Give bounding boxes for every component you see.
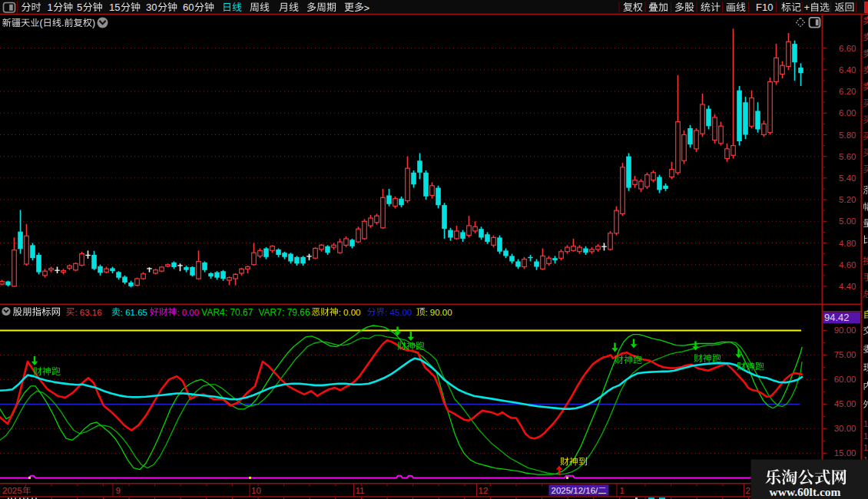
svg-text:5: 5 — [77, 2, 82, 13]
svg-text:94.42: 94.42 — [824, 312, 850, 323]
svg-text:2025: 2025 — [2, 486, 22, 495]
svg-text:: 45.00: : 45.00 — [385, 308, 412, 317]
svg-text:www.60lt.com: www.60lt.com — [770, 485, 841, 498]
svg-text:6.40: 6.40 — [839, 65, 856, 74]
svg-text:10: 10 — [251, 486, 261, 495]
svg-text:: 61.65: : 61.65 — [121, 308, 147, 317]
svg-text:2: 2 — [746, 486, 750, 495]
svg-text:30.00: 30.00 — [834, 424, 856, 433]
svg-text:60: 60 — [183, 2, 194, 13]
svg-text:: 0.00: : 0.00 — [177, 308, 199, 317]
svg-text:: 0.00: : 0.00 — [339, 308, 361, 317]
svg-text:(: ( — [40, 18, 43, 28]
svg-text:15: 15 — [109, 2, 120, 13]
svg-text:5.80: 5.80 — [839, 131, 856, 140]
svg-text:4.60: 4.60 — [839, 260, 856, 269]
svg-text:: 90.00: : 90.00 — [425, 308, 452, 317]
svg-text:4.80: 4.80 — [839, 239, 856, 248]
svg-text:6.20: 6.20 — [839, 87, 856, 96]
svg-text:2025/12/16/: 2025/12/16/ — [552, 486, 599, 495]
svg-text:1: 1 — [620, 486, 624, 495]
svg-text:>: > — [364, 2, 370, 14]
svg-text:9: 9 — [116, 486, 121, 495]
svg-text:.: . — [61, 18, 64, 28]
svg-text:5.60: 5.60 — [839, 152, 856, 161]
svg-text:+: + — [804, 2, 810, 13]
svg-text:90.00: 90.00 — [834, 326, 856, 335]
svg-text:45.00: 45.00 — [834, 399, 856, 408]
svg-text:1: 1 — [863, 419, 868, 428]
svg-text:1: 1 — [863, 443, 868, 452]
svg-text:30: 30 — [146, 2, 157, 13]
svg-text:6.00: 6.00 — [839, 108, 856, 117]
svg-text:15.00: 15.00 — [834, 448, 856, 458]
svg-text:75.00: 75.00 — [834, 350, 856, 359]
svg-text:5.20: 5.20 — [839, 195, 856, 204]
svg-text:VAR7: 79.66: VAR7: 79.66 — [259, 307, 310, 318]
svg-text:VAR4: 70.67: VAR4: 70.67 — [201, 307, 253, 318]
svg-text:60.00: 60.00 — [834, 375, 856, 384]
svg-text:F10: F10 — [756, 2, 773, 13]
svg-text:1: 1 — [863, 431, 868, 441]
svg-text:5.00: 5.00 — [839, 216, 856, 226]
svg-text:5.40: 5.40 — [839, 173, 856, 183]
svg-text:): ) — [92, 18, 95, 28]
svg-text:1: 1 — [48, 2, 53, 13]
svg-text:: 63.16: : 63.16 — [75, 308, 101, 317]
svg-text:6.60: 6.60 — [839, 44, 856, 53]
svg-text:4.40: 4.40 — [839, 282, 856, 291]
svg-text:12: 12 — [479, 486, 489, 495]
svg-text:11: 11 — [356, 486, 365, 495]
